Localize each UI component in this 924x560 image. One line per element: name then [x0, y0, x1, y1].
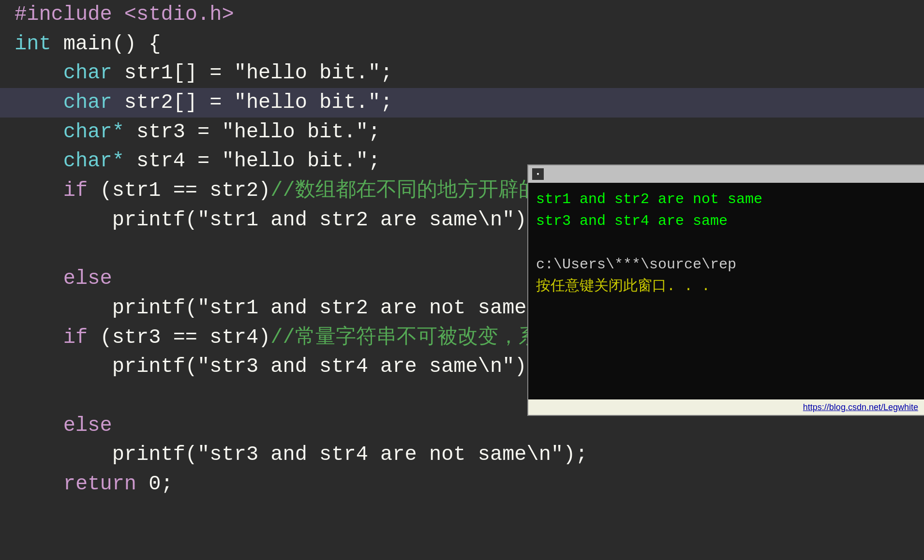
terminal-line-2: str3 and str4 are same [536, 210, 916, 232]
include-directive: #include <stdio.h> [15, 1, 234, 29]
str2-val: "hello bit." [234, 89, 380, 117]
printf2: printf( [15, 295, 197, 322]
if1-cond: (str1 == str2) [88, 177, 270, 205]
terminal-line-3 [536, 232, 916, 254]
keyword-if2: if [15, 324, 88, 352]
if2-cond: (str3 == str4) [88, 324, 270, 352]
keyword-int: int [15, 30, 51, 58]
type-char3: char* [15, 118, 124, 146]
str4-val: "hello bit." [222, 147, 368, 175]
code-line-main: int main() { [0, 29, 924, 59]
keyword-if1: if [15, 177, 88, 205]
printf4: printf( [15, 441, 197, 469]
terminal-line-5: 按任意键关闭此窗口. . . [536, 276, 916, 297]
terminal-icon: ▪ [532, 168, 544, 180]
type-char: char [15, 59, 112, 87]
printf3: printf( [15, 353, 197, 381]
keyword-else1: else [15, 265, 112, 293]
str2-semi: ; [380, 89, 392, 117]
code-line-include: #include <stdio.h> [0, 0, 924, 29]
keyword-return: return [15, 471, 136, 498]
str2-decl: str2[] = [112, 89, 234, 117]
terminal-line-4: c:\Users\***\source\rep [536, 254, 916, 276]
str3-decl: str3 = [124, 118, 222, 146]
code-line-str3: char* str3 = "hello bit." ; [0, 118, 924, 147]
printf4-str: "str3 and str4 are not same\n" [197, 441, 563, 469]
str3-semi: ; [368, 118, 380, 146]
code-line-printf4: printf( "str3 and str4 are not same\n" )… [0, 440, 924, 470]
code-line-return: return 0; [0, 470, 924, 499]
main-func: main() { [51, 30, 161, 58]
code-editor: #include <stdio.h> int main() { char str… [0, 0, 924, 560]
code-line-str2: char str2[] = "hello bit." ; [0, 88, 924, 118]
if2-comment: //常量字符串不可被改变，系统 [270, 324, 559, 352]
terminal-window: ▪ str1 and str2 are not same str3 and st… [527, 164, 924, 416]
str1-decl: str1[] = [112, 59, 234, 87]
printf1: printf( [15, 206, 197, 234]
str4-decl: str4 = [124, 147, 222, 175]
return-val: 0; [136, 471, 173, 498]
printf4-end: ); [563, 441, 587, 469]
code-line-str1: char str1[] = "hello bit." ; [0, 59, 924, 88]
str4-semi: ; [368, 147, 380, 175]
type-char2: char [15, 89, 112, 117]
terminal-line-1: str1 and str2 are not same [536, 189, 916, 210]
printf3-str: "str3 and str4 are same\n" [197, 353, 514, 381]
str3-val: "hello bit." [222, 118, 368, 146]
printf2-str: "str1 and str2 are not same\n" [197, 295, 563, 322]
terminal-body: str1 and str2 are not same str3 and str4… [528, 183, 924, 399]
terminal-titlebar: ▪ [528, 165, 924, 183]
printf1-str: "str1 and str2 are same\n" [197, 206, 514, 234]
str1-semi: ; [380, 59, 392, 87]
footer-link[interactable]: https://blog.csdn.net/Legwhite [803, 402, 918, 413]
keyword-else2: else [15, 412, 112, 440]
terminal-footer: https://blog.csdn.net/Legwhite [528, 399, 924, 415]
str1-val: "hello bit." [234, 59, 380, 87]
if1-comment: //数组都在不同的地方开辟的- [270, 177, 551, 205]
type-char4: char* [15, 147, 124, 175]
